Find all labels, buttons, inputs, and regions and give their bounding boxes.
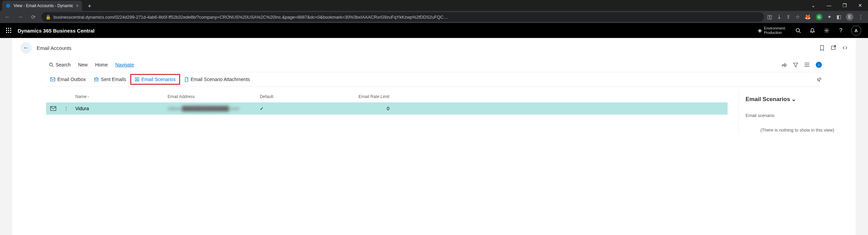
scenarios-icon bbox=[135, 77, 139, 82]
svg-point-0 bbox=[6, 4, 10, 8]
tab-title: View - Email Accounts - Dynamic bbox=[14, 3, 73, 8]
navigate-action[interactable]: Navigate bbox=[115, 62, 134, 67]
search-action[interactable]: Search bbox=[49, 62, 71, 67]
svg-rect-5 bbox=[8, 30, 9, 31]
col-header-email[interactable]: Email Address bbox=[168, 94, 260, 99]
chevron-down-icon: ⌄ bbox=[791, 96, 796, 103]
metamask-icon[interactable]: 🦊 bbox=[805, 14, 811, 20]
side-panel-icon[interactable]: ◧ bbox=[836, 14, 841, 20]
cell-email[interactable]: vidura.██████████████.com bbox=[168, 106, 260, 111]
col-header-default[interactable]: Default bbox=[260, 94, 358, 99]
key-icon[interactable]: ⚿ bbox=[767, 14, 772, 20]
factbox-field-label: Email scenario bbox=[746, 113, 849, 118]
email-scenarios-action[interactable]: Email Scenarios bbox=[130, 74, 180, 85]
url-bar[interactable]: 🔒 businesscentral.dynamics.com/0224d299-… bbox=[41, 12, 764, 22]
bookmark-icon[interactable] bbox=[819, 45, 825, 51]
install-icon[interactable]: ⤓ bbox=[777, 14, 782, 20]
close-tab-icon[interactable]: × bbox=[76, 3, 79, 8]
chrome-menu-icon[interactable]: ⋮ bbox=[858, 14, 863, 20]
extension-g-icon[interactable]: G bbox=[816, 14, 823, 20]
svg-rect-21 bbox=[95, 78, 98, 81]
svg-rect-22 bbox=[135, 78, 139, 81]
table-row[interactable]: ⋮ Vidura vidura.██████████████.com ✓ 0 bbox=[46, 102, 728, 115]
attachments-icon bbox=[184, 77, 189, 82]
svg-point-15 bbox=[50, 63, 53, 66]
chevron-down-icon[interactable]: ⌄ bbox=[806, 0, 821, 11]
minimize-window-icon[interactable]: ― bbox=[821, 0, 837, 11]
pin-icon[interactable] bbox=[817, 77, 822, 82]
search-icon[interactable] bbox=[794, 26, 802, 35]
url-text: businesscentral.dynamics.com/0224d299-27… bbox=[54, 15, 448, 20]
svg-line-11 bbox=[799, 32, 801, 33]
user-avatar[interactable]: A bbox=[851, 25, 861, 36]
favicon-icon bbox=[5, 3, 11, 8]
maximize-window-icon[interactable]: ❐ bbox=[837, 0, 852, 11]
close-window-icon[interactable]: ✕ bbox=[852, 0, 868, 11]
home-action[interactable]: Home bbox=[95, 62, 108, 67]
app-launcher-icon[interactable] bbox=[3, 25, 14, 36]
environment-icon: ◈ bbox=[758, 27, 762, 34]
share-action-icon[interactable] bbox=[782, 62, 787, 67]
app-title: Dynamics 365 Business Central bbox=[18, 28, 95, 34]
new-action[interactable]: New bbox=[78, 62, 88, 67]
notifications-icon[interactable] bbox=[808, 26, 816, 35]
svg-rect-24 bbox=[51, 106, 56, 111]
svg-rect-9 bbox=[10, 32, 11, 33]
sent-icon bbox=[94, 77, 99, 82]
factbox-empty-message: (There is nothing to show in this view) bbox=[746, 128, 849, 133]
email-scenario-attachments-action[interactable]: Email Scenario Attachments bbox=[180, 74, 254, 85]
collapse-icon[interactable] bbox=[842, 45, 848, 51]
extensions-icon[interactable]: ✦ bbox=[827, 14, 832, 20]
email-outbox-action[interactable]: Email Outbox bbox=[46, 74, 90, 85]
svg-point-23 bbox=[136, 78, 138, 80]
popout-icon[interactable] bbox=[831, 45, 836, 51]
star-icon[interactable]: ☆ bbox=[795, 14, 800, 20]
svg-point-13 bbox=[826, 30, 827, 31]
share-icon[interactable]: ⇪ bbox=[786, 14, 791, 20]
chrome-profile-avatar[interactable]: E bbox=[846, 13, 853, 21]
env-value: Production bbox=[764, 31, 786, 35]
table-header: Name↑ Email Address Default Email Rate L… bbox=[46, 91, 728, 102]
filter-icon[interactable] bbox=[793, 62, 798, 67]
back-button[interactable]: ← bbox=[20, 42, 32, 54]
svg-rect-1 bbox=[6, 28, 7, 29]
mail-icon bbox=[50, 106, 56, 111]
row-menu-icon[interactable]: ⋮ bbox=[64, 106, 69, 111]
cell-rate: 0 bbox=[358, 106, 389, 111]
back-nav-icon[interactable]: ← bbox=[3, 12, 12, 22]
svg-rect-4 bbox=[6, 30, 7, 31]
svg-rect-2 bbox=[8, 28, 9, 29]
environment-indicator[interactable]: ◈ Environment: Production bbox=[758, 26, 786, 35]
browser-tab[interactable]: View - Email Accounts - Dynamic × bbox=[2, 1, 82, 11]
lock-icon: 🔒 bbox=[45, 15, 51, 20]
factbox-title[interactable]: Email Scenarios ⌄ bbox=[746, 96, 849, 103]
cell-name[interactable]: Vidura bbox=[75, 106, 168, 111]
new-tab-button[interactable]: + bbox=[85, 1, 94, 11]
cell-default: ✓ bbox=[260, 106, 358, 111]
reload-icon[interactable]: ⟳ bbox=[28, 12, 38, 22]
svg-rect-20 bbox=[51, 77, 55, 81]
forward-nav-icon[interactable]: → bbox=[16, 12, 25, 22]
svg-rect-8 bbox=[8, 32, 9, 33]
list-view-icon[interactable] bbox=[804, 62, 810, 67]
sort-asc-icon: ↑ bbox=[87, 95, 89, 99]
factbox-panel: Email Scenarios ⌄ Email scenario (There … bbox=[738, 91, 856, 133]
outbox-icon bbox=[50, 77, 55, 82]
col-header-name[interactable]: Name↑ bbox=[75, 94, 168, 99]
page-title: Email Accounts bbox=[37, 45, 72, 51]
sent-emails-action[interactable]: Sent Emails bbox=[90, 74, 130, 85]
svg-rect-7 bbox=[6, 32, 7, 33]
svg-point-10 bbox=[796, 28, 799, 32]
svg-line-16 bbox=[52, 66, 54, 67]
env-label: Environment: bbox=[764, 26, 786, 31]
help-icon[interactable]: ? bbox=[837, 26, 845, 35]
col-header-rate[interactable]: Email Rate Limit bbox=[358, 94, 389, 99]
svg-rect-3 bbox=[10, 28, 11, 29]
settings-icon[interactable] bbox=[823, 26, 831, 35]
svg-rect-6 bbox=[10, 30, 11, 31]
info-badge-icon[interactable]: i bbox=[816, 62, 822, 68]
